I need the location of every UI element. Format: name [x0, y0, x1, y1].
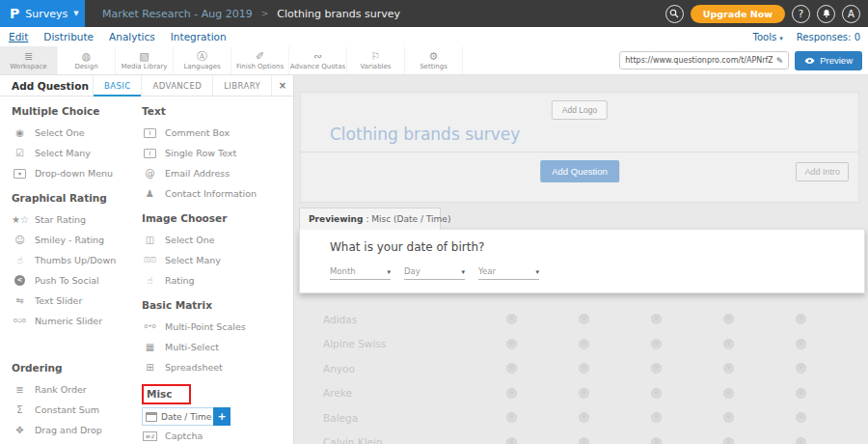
add-intro-button[interactable]: Add Intro: [796, 162, 849, 181]
nav-tab-edit[interactable]: Edit: [9, 31, 28, 42]
nav-tab-integration[interactable]: Integration: [171, 31, 227, 42]
date-select-month[interactable]: Month▾: [330, 266, 391, 280]
toolbar-settings[interactable]: ⚙Settings: [405, 46, 463, 74]
matrix-radio-cell: [475, 437, 548, 444]
radio-button[interactable]: [796, 437, 806, 444]
matrix-radio-cell: [692, 339, 765, 349]
question-type-drag-and-drop[interactable]: ✥Drag and Drop: [12, 420, 142, 440]
preview-button[interactable]: Preview: [795, 51, 862, 70]
add-question-button[interactable]: Add Question: [540, 160, 619, 182]
radio-button[interactable]: [651, 363, 662, 374]
question-type-label: Star Rating: [35, 214, 86, 225]
breadcrumb-parent[interactable]: Market Research - Aug 2019: [102, 8, 253, 20]
question-type-label: Contact Information: [165, 188, 257, 199]
question-type-comment-box[interactable]: IComment Box: [142, 123, 293, 143]
question-type-single-row-text[interactable]: ISingle Row Text: [142, 143, 293, 163]
radio-button[interactable]: [796, 314, 806, 324]
date-select-day[interactable]: Day▾: [404, 266, 465, 280]
radio-button[interactable]: [796, 363, 806, 374]
responses-count[interactable]: Responses: 0: [797, 32, 860, 42]
radio-button[interactable]: [651, 314, 662, 324]
toolbar-workspace[interactable]: ≣Workspace: [0, 46, 58, 74]
rank-order-icon: ≣: [12, 384, 28, 395]
upgrade-now-button[interactable]: Upgrade Now: [691, 5, 785, 23]
question-type-email-address[interactable]: @Email Address: [142, 163, 293, 183]
surveys-menu[interactable]: P Surveys ▼: [0, 0, 85, 27]
toolbar-media-library[interactable]: ▧Media Library: [116, 46, 174, 74]
question-type-push-to-social[interactable]: <Push To Social: [12, 270, 142, 291]
survey-url-field[interactable]: https://www.questionpro.com/t/APNrfZ ✎: [619, 51, 789, 69]
radio-button[interactable]: [723, 437, 734, 444]
radio-button[interactable]: [723, 388, 734, 399]
top-bar: P Surveys ▼ Market Research - Aug 2019 >…: [0, 0, 868, 27]
nav-tab-distribute[interactable]: Distribute: [43, 31, 94, 42]
close-panel-button[interactable]: ×: [271, 75, 293, 96]
tab-advanced[interactable]: ADVANCED: [141, 75, 212, 96]
question-type-constant-sum[interactable]: ΣConstant Sum: [12, 400, 142, 420]
question-type-multi-point-scales[interactable]: o•oMulti-Point Scales: [142, 317, 293, 337]
radio-button[interactable]: [651, 437, 662, 444]
nav-tab-analytics[interactable]: Analytics: [109, 31, 155, 42]
question-type-smiley-rating[interactable]: ☺Smiley - Rating: [12, 230, 142, 250]
question-type-text-slider[interactable]: ⇋Text Slider: [12, 291, 142, 311]
question-type-select-many[interactable]: ☑Select Many: [12, 143, 142, 163]
add-date-time-button[interactable]: +: [213, 407, 231, 426]
radio-button[interactable]: [579, 437, 589, 444]
question-type-star-rating[interactable]: ★☆Star Rating: [12, 209, 142, 230]
toolbar-variables[interactable]: ⚐Variables: [347, 46, 405, 74]
radio-button[interactable]: [723, 363, 734, 374]
edit-url-icon[interactable]: ✎: [776, 56, 784, 66]
table-row: Adidas: [323, 307, 856, 332]
survey-title[interactable]: Clothing brands survey: [330, 125, 520, 144]
question-type-multi-select[interactable]: ▦Multi-Select: [142, 337, 293, 357]
matrix-radio-cell: [620, 412, 692, 423]
radio-button[interactable]: [796, 339, 806, 349]
question-type-numeric-slider[interactable]: o▫oNumeric Slider: [12, 311, 142, 331]
radio-button[interactable]: [796, 388, 806, 399]
radio-button[interactable]: [506, 388, 517, 399]
radio-button[interactable]: [579, 363, 589, 374]
help-button[interactable]: ?: [792, 5, 810, 23]
radio-button[interactable]: [579, 314, 589, 324]
question-type-spreadsheet[interactable]: ⊞Spreadsheet: [142, 357, 293, 377]
table-row: Calvin Klein: [323, 430, 856, 444]
radio-button[interactable]: [651, 388, 662, 399]
question-type-rank-order[interactable]: ≣Rank Order: [12, 379, 142, 400]
radio-button[interactable]: [506, 437, 517, 444]
tools-menu[interactable]: Tools ▾: [753, 32, 783, 42]
question-type-select-many[interactable]: ◫◫Select Many: [142, 250, 293, 270]
avatar[interactable]: A: [842, 5, 860, 23]
question-type-drop-down-menu[interactable]: ▾Drop-down Menu: [12, 163, 142, 183]
toolbar-design[interactable]: ◍Design: [58, 46, 116, 74]
radio-button[interactable]: [651, 339, 662, 349]
radio-button[interactable]: [579, 339, 589, 349]
radio-button[interactable]: [723, 314, 734, 324]
radio-button[interactable]: [579, 388, 589, 399]
radio-button[interactable]: [506, 314, 517, 324]
radio-button[interactable]: [579, 412, 589, 423]
tab-basic[interactable]: BASIC: [93, 75, 141, 96]
question-type-select-one[interactable]: ◫Select One: [142, 230, 293, 250]
question-type-captcha[interactable]: wzCaptcha: [142, 426, 293, 444]
question-type-label: Select Many: [165, 255, 221, 265]
toolbar-languages[interactable]: ⒶLanguages: [174, 46, 231, 74]
radio-button[interactable]: [506, 363, 517, 374]
radio-button[interactable]: [796, 412, 806, 423]
toolbar-advance-quotas[interactable]: ∾Advance Quotas: [289, 46, 347, 74]
radio-button[interactable]: [506, 339, 517, 349]
toolbar-finish-options[interactable]: ✐Finish Options: [231, 46, 289, 74]
radio-button[interactable]: [651, 412, 662, 423]
notifications-button[interactable]: [817, 5, 835, 23]
question-type-thumbs-up-down[interactable]: ☝Thumbs Up/Down: [12, 250, 142, 270]
question-type-select-one[interactable]: ◉Select One: [12, 123, 142, 143]
date-select-year[interactable]: Year▾: [478, 266, 539, 280]
question-type-rating[interactable]: ☝Rating: [142, 270, 293, 291]
search-button[interactable]: [665, 5, 684, 23]
tab-library[interactable]: LIBRARY: [212, 75, 271, 96]
add-logo-button[interactable]: Add Logo: [552, 100, 608, 120]
radio-button[interactable]: [723, 412, 734, 423]
radio-button[interactable]: [723, 339, 734, 349]
radio-button[interactable]: [506, 412, 517, 423]
question-type-date-time[interactable]: Date / Time+: [142, 407, 231, 426]
question-type-contact-information[interactable]: ♟Contact Information: [142, 183, 293, 204]
